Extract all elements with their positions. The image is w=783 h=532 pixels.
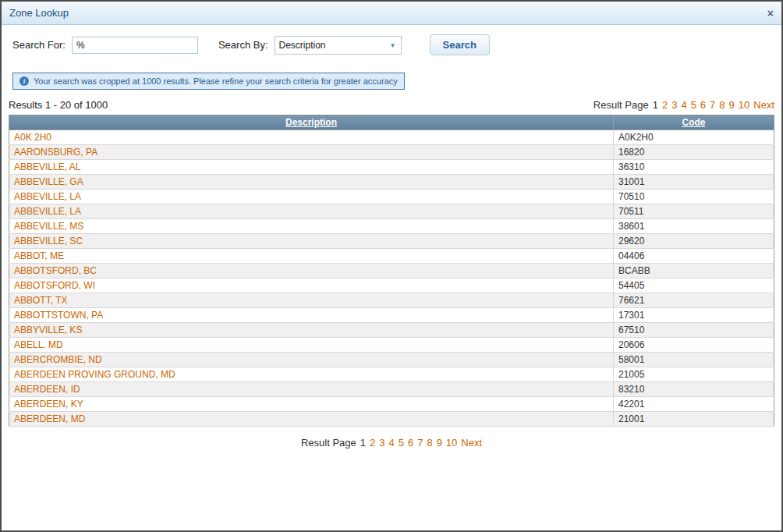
zone-code-cell: 36310 <box>613 160 774 175</box>
zone-description-link[interactable]: ABBEVILLE, MS <box>14 221 83 232</box>
zone-code-cell: 04406 <box>613 249 774 264</box>
page-link-5[interactable]: 5 <box>691 99 696 111</box>
zone-description-link[interactable]: ABBEVILLE, AL <box>14 161 80 172</box>
page-link-2[interactable]: 2 <box>662 99 668 111</box>
zone-description-link[interactable]: ABERDEEN, ID <box>14 384 80 395</box>
search-for-label: Search For: <box>12 39 66 51</box>
zone-code-cell: 70510 <box>613 190 774 204</box>
table-row: A0K 2H0A0K2H0 <box>9 130 774 145</box>
zone-code-cell: BCABB <box>613 264 774 278</box>
page-link-6[interactable]: 6 <box>700 99 706 111</box>
table-row: ABBOT, ME04406 <box>9 249 774 264</box>
description-column-header[interactable]: Description <box>9 115 614 130</box>
zone-description-link[interactable]: ABBEVILLE, GA <box>14 176 83 187</box>
zone-description-cell: ABBOTSFORD, WI <box>9 278 614 293</box>
notice-wrap: i Your search was cropped at 1000 result… <box>2 59 781 90</box>
zone-description-cell: ABBOT, ME <box>9 249 614 264</box>
page-link-10[interactable]: 10 <box>446 437 457 449</box>
page-link-8[interactable]: 8 <box>719 99 725 111</box>
zone-description-link[interactable]: ABERDEEN, MD <box>14 413 85 424</box>
zone-description-link[interactable]: ABBOTT, TX <box>14 295 67 306</box>
page-link-7[interactable]: 7 <box>417 437 423 449</box>
zone-description-cell: ABERDEEN, MD <box>9 412 614 427</box>
page-link-1: 1 <box>653 99 658 111</box>
zone-description-link[interactable]: ABERDEEN, KY <box>14 399 83 410</box>
zone-table-body: A0K 2H0A0K2H0AARONSBURG, PA16820ABBEVILL… <box>9 130 774 427</box>
next-page-link[interactable]: Next <box>753 99 774 111</box>
zone-description-link[interactable]: ABBEVILLE, LA <box>14 191 81 202</box>
zone-description-link[interactable]: ABBOTSFORD, BC <box>14 265 97 276</box>
table-row: ABBEVILLE, MS38601 <box>9 219 774 234</box>
zone-code-cell: 21005 <box>613 367 774 382</box>
pagination-pages: 12345678910Next <box>649 99 774 111</box>
page-link-9[interactable]: 9 <box>729 99 735 111</box>
search-by-select[interactable]: Description <box>275 36 402 55</box>
zone-description-link[interactable]: ABBOT, ME <box>14 250 64 261</box>
page-link-1: 1 <box>360 437 366 449</box>
table-row: ABBEVILLE, SC29620 <box>9 234 774 249</box>
zone-description-cell: ABERDEEN, KY <box>9 397 614 412</box>
page-link-8[interactable]: 8 <box>427 437 432 449</box>
zone-code-cell: 54405 <box>613 278 774 293</box>
page-link-3[interactable]: 3 <box>379 437 384 449</box>
search-by-select-wrap: Description ▼ <box>275 36 402 55</box>
code-column-header[interactable]: Code <box>613 115 774 130</box>
description-sort-link[interactable]: Description <box>285 117 337 128</box>
table-row: ABERDEEN, ID83210 <box>9 382 774 397</box>
pagination-bottom: Result Page12345678910Next <box>301 437 482 449</box>
table-row: ABELL, MD20606 <box>9 338 774 353</box>
zone-description-link[interactable]: ABBEVILLE, SC <box>14 236 83 246</box>
table-row: ABBYVILLE, KS67510 <box>9 323 774 338</box>
pagination-label: Result Page <box>593 99 649 111</box>
search-by-label: Search By: <box>218 39 268 51</box>
info-icon: i <box>19 76 29 86</box>
search-button[interactable]: Search <box>430 34 490 55</box>
close-icon[interactable]: × <box>767 8 774 19</box>
zone-description-cell: ABBEVILLE, MS <box>9 219 614 234</box>
zone-description-cell: A0K 2H0 <box>9 130 614 145</box>
code-sort-link[interactable]: Code <box>682 117 705 128</box>
zone-description-link[interactable]: ABBOTTSTOWN, PA <box>14 310 103 321</box>
table-row: ABBEVILLE, GA31001 <box>9 175 774 190</box>
zone-description-link[interactable]: A0K 2H0 <box>14 132 51 143</box>
table-row: ABBOTTSTOWN, PA17301 <box>9 308 774 323</box>
zone-lookup-dialog: Zone Lookup × Search For: Search By: Des… <box>0 0 783 532</box>
zone-description-link[interactable]: AARONSBURG, PA <box>14 147 97 158</box>
page-link-7[interactable]: 7 <box>710 99 715 111</box>
table-row: ABBOTSFORD, BCBCABB <box>9 264 774 278</box>
zone-description-link[interactable]: ABERDEEN PROVING GROUND, MD <box>14 369 175 380</box>
table-row: ABERDEEN PROVING GROUND, MD21005 <box>9 367 774 382</box>
page-link-2[interactable]: 2 <box>370 437 375 449</box>
page-link-3[interactable]: 3 <box>671 99 677 111</box>
dialog-title: Zone Lookup <box>9 7 69 19</box>
page-link-4[interactable]: 4 <box>681 99 686 111</box>
table-row: ABBEVILLE, AL36310 <box>9 160 774 175</box>
zone-description-cell: ABBYVILLE, KS <box>9 323 614 338</box>
zone-description-cell: ABBOTSFORD, BC <box>9 264 614 278</box>
zone-description-link[interactable]: ABBYVILLE, KS <box>14 325 82 335</box>
page-link-6[interactable]: 6 <box>408 437 413 449</box>
zone-description-cell: ABBEVILLE, LA <box>9 190 614 204</box>
zone-description-link[interactable]: ABBEVILLE, LA <box>14 206 81 217</box>
page-link-5[interactable]: 5 <box>399 437 404 449</box>
table-row: ABBOTT, TX76621 <box>9 293 774 308</box>
zone-description-link[interactable]: ABELL, MD <box>14 339 63 350</box>
zone-description-cell: ABELL, MD <box>9 338 614 353</box>
search-input[interactable] <box>72 37 198 54</box>
results-bar: Results 1 - 20 of 1000 Result Page123456… <box>9 99 774 111</box>
zone-code-cell: 16820 <box>613 145 774 160</box>
page-link-4[interactable]: 4 <box>388 437 394 449</box>
next-page-link[interactable]: Next <box>461 437 482 449</box>
zone-code-cell: 42201 <box>613 397 774 412</box>
page-link-9[interactable]: 9 <box>437 437 442 449</box>
zone-code-cell: 70511 <box>613 204 774 219</box>
zone-description-link[interactable]: ABBOTSFORD, WI <box>14 280 95 291</box>
page-link-10[interactable]: 10 <box>739 99 749 111</box>
zone-description-link[interactable]: ABERCROMBIE, ND <box>14 354 102 365</box>
table-row: AARONSBURG, PA16820 <box>9 145 774 160</box>
zone-description-cell: AARONSBURG, PA <box>9 145 614 160</box>
dialog-titlebar: Zone Lookup × <box>2 2 781 25</box>
notice-text: Your search was cropped at 1000 results.… <box>34 76 398 86</box>
zone-code-cell: 17301 <box>613 308 774 323</box>
zone-description-cell: ABERDEEN, ID <box>9 382 614 397</box>
